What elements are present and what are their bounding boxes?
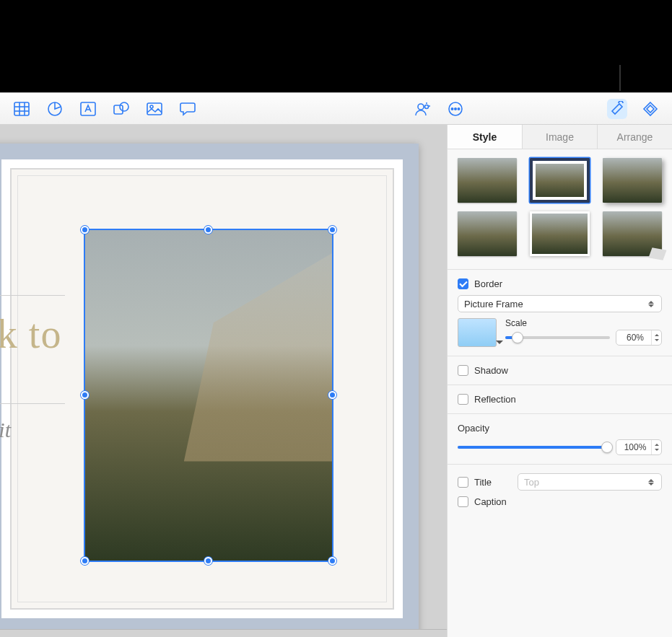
svg-point-17 <box>455 107 456 109</box>
frame-swatch[interactable] <box>458 318 497 347</box>
svg-point-10 <box>150 105 153 108</box>
svg-rect-0 <box>14 102 29 115</box>
tab-style[interactable]: Style <box>448 125 523 149</box>
style-preset[interactable] <box>458 158 517 203</box>
scale-slider[interactable] <box>505 336 610 339</box>
text-icon[interactable] <box>78 99 98 119</box>
scale-label: Scale <box>505 318 662 328</box>
chevron-updown-icon <box>647 298 655 310</box>
scale-stepper[interactable]: 60% <box>616 330 662 346</box>
resize-handle[interactable] <box>81 557 89 565</box>
caption-checkbox[interactable] <box>458 496 468 507</box>
border-label: Border <box>474 278 502 289</box>
style-preset[interactable] <box>603 211 662 256</box>
format-icon[interactable] <box>607 99 627 119</box>
stepper-up-icon[interactable] <box>652 330 661 338</box>
more-icon[interactable] <box>445 99 466 119</box>
format-sidebar: Style Image Arrange Border <box>447 125 672 637</box>
opacity-stepper[interactable]: 100% <box>616 439 662 455</box>
selected-image[interactable] <box>85 230 332 561</box>
table-icon[interactable] <box>12 99 32 119</box>
resize-handle[interactable] <box>81 391 89 399</box>
callout-pointer <box>619 65 621 91</box>
scale-value: 60% <box>616 333 651 343</box>
resize-handle[interactable] <box>204 226 212 234</box>
shape-icon[interactable] <box>111 99 131 119</box>
svg-point-11 <box>418 104 424 110</box>
reflection-checkbox[interactable] <box>458 394 468 405</box>
border-type-value: Picture Frame <box>464 299 523 309</box>
title-position-select[interactable]: Top <box>518 473 662 491</box>
resize-handle[interactable] <box>328 391 336 399</box>
shadow-label: Shadow <box>474 365 508 376</box>
chart-icon[interactable] <box>45 99 65 119</box>
stepper-up-icon[interactable] <box>652 440 661 447</box>
divider <box>0 295 65 296</box>
divider <box>0 403 65 404</box>
svg-point-8 <box>120 102 128 111</box>
resize-handle[interactable] <box>204 557 212 565</box>
toolbar <box>0 93 672 125</box>
title-label: Title <box>474 477 512 488</box>
page: ck to edit <box>0 144 419 634</box>
opacity-section: Opacity 100% <box>448 413 672 464</box>
stepper-down-icon[interactable] <box>652 338 661 345</box>
document-canvas[interactable]: ck to edit <box>0 125 447 637</box>
caption-section: Title Top Caption <box>448 464 672 516</box>
style-presets <box>448 149 672 269</box>
tab-arrange[interactable]: Arrange <box>598 125 672 149</box>
media-icon[interactable] <box>144 99 165 119</box>
reflection-section: Reflection <box>448 385 672 413</box>
caption-label: Caption <box>474 496 507 507</box>
collaborate-icon[interactable] <box>412 99 432 119</box>
shadow-section: Shadow <box>448 356 672 385</box>
style-preset[interactable] <box>603 158 662 203</box>
reflection-label: Reflection <box>474 394 516 405</box>
resize-handle[interactable] <box>81 226 89 234</box>
title-checkbox[interactable] <box>458 477 468 488</box>
style-preset-selected[interactable] <box>530 158 589 203</box>
chevron-updown-icon <box>647 476 655 488</box>
tab-image[interactable]: Image <box>523 125 598 149</box>
opacity-slider[interactable] <box>458 446 610 449</box>
document-title-text[interactable]: ck to <box>0 311 61 357</box>
style-preset[interactable] <box>530 211 589 256</box>
style-preset[interactable] <box>458 211 517 256</box>
title-position-value: Top <box>524 477 539 488</box>
border-type-select[interactable]: Picture Frame <box>458 295 662 312</box>
comment-icon[interactable] <box>178 99 198 119</box>
callout-band <box>0 0 672 92</box>
opacity-label: Opacity <box>458 423 662 434</box>
shadow-checkbox[interactable] <box>458 365 468 376</box>
opacity-value: 100% <box>616 442 651 452</box>
resize-handle[interactable] <box>328 557 336 565</box>
app-window: ck to edit Style Image <box>0 92 672 637</box>
svg-point-12 <box>425 105 429 108</box>
svg-rect-9 <box>147 103 162 115</box>
resize-handle[interactable] <box>328 226 336 234</box>
border-checkbox[interactable] <box>458 278 468 289</box>
svg-point-18 <box>458 107 459 109</box>
stepper-down-icon[interactable] <box>652 447 661 454</box>
border-section: Border Picture Frame Scale <box>448 269 672 356</box>
document-subtitle-text[interactable]: edit <box>0 418 11 442</box>
content-split: ck to edit Style Image <box>0 125 672 637</box>
sidebar-tabs: Style Image Arrange <box>448 125 672 149</box>
svg-point-16 <box>451 107 453 109</box>
document-icon[interactable] <box>640 99 660 119</box>
